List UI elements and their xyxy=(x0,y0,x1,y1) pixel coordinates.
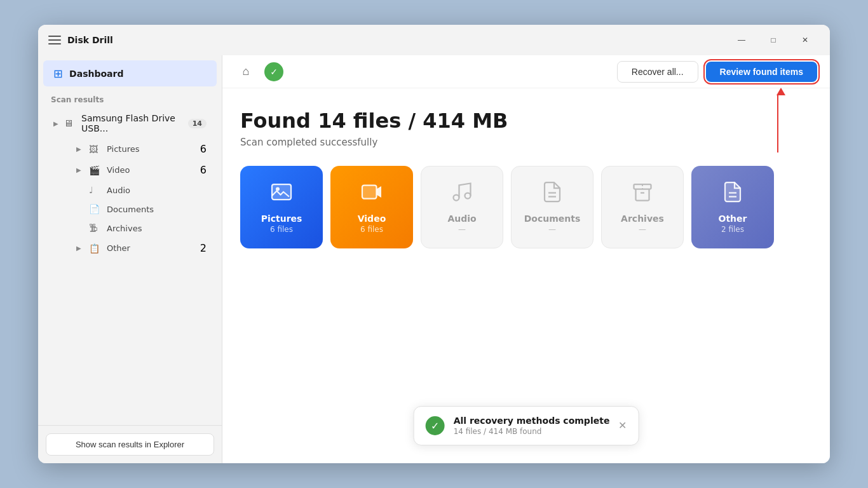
audio-chevron: ▶ xyxy=(76,187,86,194)
video-card-label: Video xyxy=(358,214,386,224)
sidebar-item-audio[interactable]: ▶ ♩ Audio xyxy=(43,181,217,199)
window-controls: — □ ✕ xyxy=(727,30,820,50)
documents-card-icon xyxy=(541,180,564,208)
dashboard-label: Dashboard xyxy=(69,69,123,79)
show-explorer-button[interactable]: Show scan results in Explorer xyxy=(46,433,214,456)
pictures-card-count: 6 files xyxy=(270,225,293,234)
svg-point-3 xyxy=(454,195,459,201)
samsung-badge: 14 xyxy=(188,119,207,128)
minimize-button[interactable]: — xyxy=(727,30,756,50)
file-type-cards: Pictures 6 files Video 6 files xyxy=(240,166,812,248)
video-card-icon xyxy=(360,180,383,208)
audio-icon: ♩ xyxy=(89,185,103,195)
recover-all-button[interactable]: Recover all... xyxy=(617,61,698,83)
title-bar: Disk Drill — □ ✕ xyxy=(38,25,830,55)
toast-title: All recovery methods complete xyxy=(454,416,610,426)
card-video[interactable]: Video 6 files xyxy=(330,166,413,248)
audio-card-label: Audio xyxy=(447,214,476,224)
video-badge: 6 xyxy=(200,164,207,176)
audio-card-count: — xyxy=(458,225,466,234)
documents-card-label: Documents xyxy=(524,214,581,224)
review-found-items-button[interactable]: Review found items xyxy=(706,62,817,82)
card-archives[interactable]: Archives — xyxy=(601,166,684,248)
other-card-label: Other xyxy=(719,214,747,224)
pictures-badge: 6 xyxy=(200,143,207,155)
other-label: Other xyxy=(107,243,200,253)
card-audio[interactable]: Audio — xyxy=(421,166,503,248)
dashboard-grid-icon: ⊞ xyxy=(53,67,63,80)
documents-label: Documents xyxy=(107,205,207,214)
other-icon: 📋 xyxy=(89,243,103,254)
video-label: Video xyxy=(107,165,200,175)
sidebar-item-archives[interactable]: ▶ 🗜 Archives xyxy=(43,219,217,237)
sidebar-item-documents[interactable]: ▶ 📄 Documents xyxy=(43,200,217,218)
app-window: Disk Drill — □ ✕ ⊞ Dashboard Scan result… xyxy=(38,25,830,463)
svg-rect-2 xyxy=(362,186,377,199)
archives-chevron: ▶ xyxy=(76,225,86,232)
toast-subtitle: 14 files / 414 MB found xyxy=(454,427,610,436)
toolbar: ⌂ ✓ Recover all... Review found items xyxy=(222,55,830,88)
card-other[interactable]: Other 2 files xyxy=(691,166,774,248)
recovery-toast: ✓ All recovery methods complete 14 files… xyxy=(414,406,639,445)
toast-text: All recovery methods complete 14 files /… xyxy=(454,416,610,436)
sidebar-item-other[interactable]: ▶ 📋 Other 2 xyxy=(43,238,217,258)
found-title: Found 14 files / 414 MB xyxy=(240,109,812,133)
video-icon: 🎬 xyxy=(89,165,103,175)
pictures-card-label: Pictures xyxy=(261,214,302,224)
arrow-head xyxy=(776,88,785,95)
audio-card-icon xyxy=(451,180,473,208)
close-button[interactable]: ✕ xyxy=(790,30,820,50)
main-layout: ⊞ Dashboard Scan results ▶ 🖥 Samsung Fla… xyxy=(38,55,830,463)
sidebar: ⊞ Dashboard Scan results ▶ 🖥 Samsung Fla… xyxy=(38,55,222,463)
maximize-button[interactable]: □ xyxy=(759,30,788,50)
documents-icon: 📄 xyxy=(89,204,103,214)
sidebar-item-pictures[interactable]: ▶ 🖼 Pictures 6 xyxy=(43,139,217,159)
svg-point-4 xyxy=(465,193,471,199)
scan-status-text: Scan completed successfully xyxy=(240,137,812,148)
video-card-count: 6 files xyxy=(360,225,383,234)
audio-label: Audio xyxy=(107,186,207,195)
main-content: Found 14 files / 414 MB Scan completed s… xyxy=(222,88,830,463)
card-documents[interactable]: Documents — xyxy=(511,166,593,248)
scan-results-label: Scan results xyxy=(38,89,222,108)
sidebar-bottom: Show scan results in Explorer xyxy=(38,425,222,463)
arrow-line xyxy=(777,95,778,152)
documents-card-count: — xyxy=(548,225,556,234)
card-pictures[interactable]: Pictures 6 files xyxy=(240,166,323,248)
other-card-count: 2 files xyxy=(721,225,744,234)
content-panel: ⌂ ✓ Recover all... Review found items Fo… xyxy=(222,55,830,463)
sidebar-item-samsung[interactable]: ▶ 🖥 Samsung Flash Drive USB... 14 xyxy=(43,109,217,138)
pictures-chevron: ▶ xyxy=(76,146,86,152)
pictures-icon: 🖼 xyxy=(89,144,103,154)
archives-icon: 🗜 xyxy=(89,223,103,233)
arrow-annotation xyxy=(776,88,779,158)
toast-check-icon: ✓ xyxy=(426,416,445,435)
documents-chevron: ▶ xyxy=(76,206,86,213)
other-card-icon xyxy=(721,180,744,208)
archives-card-icon xyxy=(631,180,654,208)
toast-close-button[interactable]: ✕ xyxy=(618,421,627,431)
sidebar-item-dashboard[interactable]: ⊞ Dashboard xyxy=(43,60,217,86)
other-badge: 2 xyxy=(200,242,207,254)
pictures-card-icon xyxy=(270,180,293,208)
scan-status-icon: ✓ xyxy=(264,62,283,81)
other-chevron: ▶ xyxy=(76,245,86,252)
archives-label: Archives xyxy=(107,224,207,233)
video-chevron: ▶ xyxy=(76,166,86,173)
app-title: Disk Drill xyxy=(67,35,113,45)
drive-icon: 🖥 xyxy=(64,118,78,129)
pictures-label: Pictures xyxy=(107,144,200,154)
sidebar-item-video[interactable]: ▶ 🎬 Video 6 xyxy=(43,160,217,180)
chevron-icon: ▶ xyxy=(53,120,64,127)
menu-icon[interactable] xyxy=(48,36,61,44)
archives-card-label: Archives xyxy=(621,214,664,224)
samsung-label: Samsung Flash Drive USB... xyxy=(81,113,188,133)
archives-card-count: — xyxy=(639,225,646,234)
home-button[interactable]: ⌂ xyxy=(235,61,257,83)
